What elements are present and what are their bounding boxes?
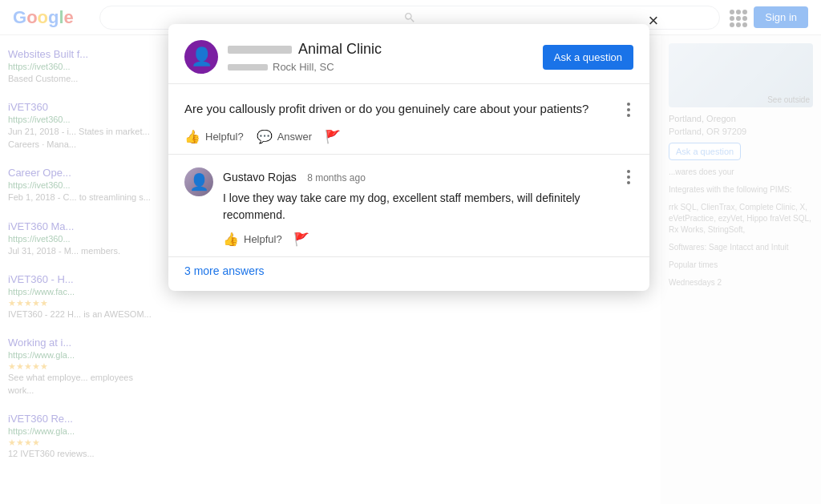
ask-question-button[interactable]: Ask a question [543, 45, 633, 70]
redacted-bar [228, 46, 292, 54]
question-text: Are you callously profit driven or do yo… [184, 100, 624, 117]
answer-header: Gustavo Rojas 8 months ago [223, 167, 633, 187]
answer-actions: 👍 Helpful? 🚩 [223, 232, 633, 247]
avatar: 👤 [184, 40, 218, 74]
thumbs-up-icon: 👍 [223, 232, 239, 247]
helpful-label: Helpful? [205, 131, 244, 143]
redacted-bar-small [228, 64, 268, 71]
thumbs-up-icon: 👍 [184, 129, 200, 144]
answer-flag-button[interactable]: 🚩 [293, 232, 309, 247]
answer-time-ago: 8 months ago [307, 172, 366, 183]
qa-modal: 👤 Animal Clinic Rock Hill, SC Ask a ques… [168, 24, 649, 291]
question-section: Are you callously profit driven or do yo… [168, 84, 649, 155]
close-button[interactable]: × [641, 8, 666, 34]
question-actions: 👍 Helpful? 💬 Answer 🚩 [184, 129, 633, 144]
answer-section: 👤 Gustavo Rojas 8 months ago I love th [168, 155, 649, 256]
answer-button[interactable]: 💬 Answer [257, 129, 312, 144]
helpful-button[interactable]: 👍 Helpful? [184, 129, 244, 144]
answer-row: 👤 Gustavo Rojas 8 months ago I love th [184, 167, 633, 247]
question-more-options-button[interactable] [624, 100, 633, 119]
business-name: Animal Clinic [298, 41, 382, 58]
answer-helpful-button[interactable]: 👍 Helpful? [223, 232, 282, 247]
answer-label: Answer [277, 131, 312, 143]
answer-avatar: 👤 [184, 167, 213, 196]
answer-content: Gustavo Rojas 8 months ago I love they w… [223, 167, 633, 247]
answer-author-name: Gustavo Rojas [223, 171, 297, 183]
more-answers-section: 3 more answers [168, 256, 649, 291]
flag-button[interactable]: 🚩 [325, 129, 341, 144]
person-icon: 👤 [191, 46, 212, 67]
modal-header: 👤 Animal Clinic Rock Hill, SC Ask a ques… [168, 24, 649, 84]
business-address-row: Rock Hill, SC [228, 61, 543, 73]
business-info: Animal Clinic Rock Hill, SC [228, 41, 543, 73]
chat-icon: 💬 [257, 129, 273, 144]
business-location: Rock Hill, SC [273, 61, 334, 73]
more-answers-link[interactable]: 3 more answers [184, 264, 265, 277]
answer-helpful-label: Helpful? [244, 233, 282, 245]
flag-icon: 🚩 [293, 232, 309, 247]
answer-more-options-button[interactable] [624, 167, 633, 187]
flag-icon: 🚩 [325, 129, 341, 144]
answer-text: I love they way take care my dog, excell… [223, 190, 633, 224]
business-name-row: Animal Clinic [228, 41, 543, 58]
question-header: Are you callously profit driven or do yo… [184, 100, 633, 119]
